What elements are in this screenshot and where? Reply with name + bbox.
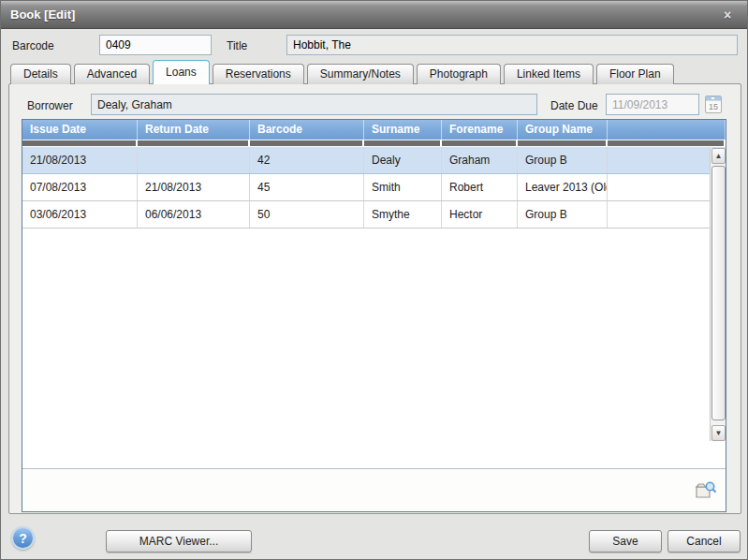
cell-barcode: 42: [250, 147, 364, 173]
calendar-icon[interactable]: 15: [705, 96, 722, 113]
date-due-field[interactable]: [606, 94, 699, 115]
cell-barcode: 45: [250, 174, 364, 200]
title-field[interactable]: [286, 35, 738, 55]
help-icon[interactable]: ?: [11, 526, 35, 550]
cell-return-date: 21/08/2013: [138, 174, 250, 200]
tab-details[interactable]: Details: [10, 64, 71, 84]
close-icon[interactable]: ×: [719, 7, 736, 22]
cell-return-date: [138, 147, 250, 173]
cell-return-date: 06/06/2013: [138, 201, 250, 228]
cell-issue-date: 21/08/2013: [22, 147, 138, 173]
cell-group-name: Group B: [518, 201, 608, 228]
cell-forename: Hector: [442, 201, 518, 228]
tab-bar: Details Advanced Loans Reservations Summ…: [10, 61, 674, 84]
cell-group-name: Group B: [518, 147, 608, 173]
calendar-icon-day: 15: [706, 101, 721, 112]
tab-floor-plan[interactable]: Floor Plan: [596, 64, 674, 84]
tab-advanced[interactable]: Advanced: [74, 64, 150, 84]
cell-group-name: Leaver 2013 (Old: [518, 174, 608, 200]
cell-surname: Smythe: [364, 201, 442, 228]
tab-photograph[interactable]: Photograph: [417, 64, 501, 84]
scroll-up-icon[interactable]: ▲: [711, 148, 726, 164]
scroll-down-icon[interactable]: ▼: [711, 425, 726, 441]
borrower-field[interactable]: [91, 94, 537, 115]
tab-reservations[interactable]: Reservations: [213, 64, 304, 84]
date-due-label: Date Due: [550, 99, 598, 112]
table-row[interactable]: 03/06/2013 06/06/2013 50 Smythe Hector G…: [22, 201, 726, 228]
table-footer: [22, 468, 726, 511]
loans-table: Issue Date Return Date Barcode Surname F…: [22, 119, 726, 512]
column-header-barcode[interactable]: Barcode: [250, 120, 364, 140]
cell-issue-date: 03/06/2013: [22, 201, 138, 228]
column-header-blank: [608, 120, 726, 140]
column-header-group-name[interactable]: Group Name: [518, 120, 608, 140]
table-row[interactable]: 21/08/2013 42 Dealy Graham Group B: [22, 147, 726, 174]
table-header-strip: [22, 140, 726, 147]
column-header-forename[interactable]: Forename: [442, 120, 518, 140]
title-label: Title: [227, 39, 247, 52]
column-header-return-date[interactable]: Return Date: [138, 120, 250, 140]
borrower-label: Borrower: [27, 99, 73, 112]
marc-viewer-button[interactable]: MARC Viewer...: [106, 530, 252, 553]
save-button[interactable]: Save: [589, 530, 662, 553]
cell-barcode: 50: [250, 201, 364, 228]
cell-surname: Smith: [364, 174, 442, 200]
calendar-icon-header: [706, 96, 721, 101]
cancel-button[interactable]: Cancel: [667, 530, 741, 553]
tab-linked-items[interactable]: Linked Items: [504, 64, 594, 84]
tab-loans[interactable]: Loans: [153, 60, 210, 84]
window-title: Book [Edit]: [1, 7, 75, 22]
tab-summary-notes[interactable]: Summary/Notes: [307, 64, 414, 84]
loans-tab-panel: Borrower Date Due 15 Issue Date Return D…: [8, 83, 741, 514]
vertical-scrollbar[interactable]: ▲ ▼: [710, 148, 726, 441]
titlebar: Book [Edit] ×: [1, 1, 747, 29]
cell-issue-date: 07/08/2013: [22, 174, 138, 200]
column-header-surname[interactable]: Surname: [364, 120, 442, 140]
table-row[interactable]: 07/08/2013 21/08/2013 45 Smith Robert Le…: [22, 174, 726, 201]
cell-forename: Graham: [442, 147, 518, 173]
scrollbar-thumb[interactable]: [711, 166, 726, 420]
cell-forename: Robert: [442, 174, 518, 200]
barcode-label: Barcode: [12, 39, 54, 52]
book-edit-dialog: Book [Edit] × Barcode Title Details Adva…: [0, 0, 748, 560]
table-header-row: Issue Date Return Date Barcode Surname F…: [22, 120, 726, 140]
column-header-issue-date[interactable]: Issue Date: [22, 120, 138, 140]
folder-search-icon[interactable]: [695, 480, 717, 500]
cell-surname: Dealy: [364, 147, 442, 173]
barcode-field[interactable]: [99, 35, 212, 55]
